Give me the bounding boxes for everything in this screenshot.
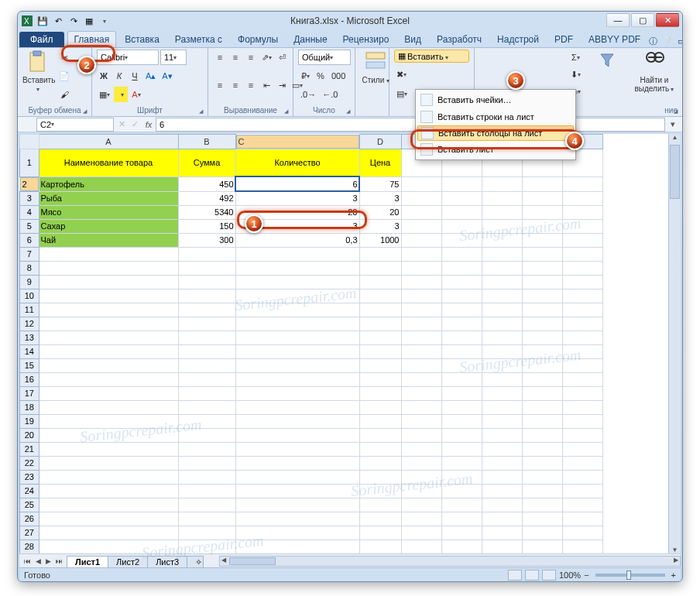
cell[interactable] [482,456,522,470]
row-header[interactable]: 2 [20,177,39,191]
cell[interactable] [39,303,178,317]
formula-expand-icon[interactable]: ▾ [667,119,679,129]
zoom-out-icon[interactable]: − [584,570,588,580]
cell[interactable] [39,247,178,261]
cell[interactable] [562,512,602,526]
cell[interactable] [178,539,235,553]
row-header[interactable]: 23 [20,470,39,484]
cell[interactable] [401,247,441,261]
cell[interactable] [39,498,178,512]
formula-input[interactable]: 6 [156,118,665,132]
cell[interactable] [359,303,401,317]
cell[interactable] [359,261,401,275]
cell[interactable] [562,526,602,539]
cell[interactable] [178,275,235,289]
cell[interactable] [562,205,602,219]
ribbon-tab-3[interactable]: Формулы [231,31,285,47]
copy-icon[interactable]: 📄 [57,68,72,84]
cell[interactable] [235,400,359,414]
cell[interactable] [178,247,235,261]
cell[interactable] [359,498,401,512]
cell[interactable] [39,400,178,414]
cell[interactable] [235,470,359,484]
cell[interactable] [359,386,401,400]
cell[interactable] [522,317,562,331]
cell[interactable]: 300 [178,233,235,247]
cell[interactable]: Рыба [39,191,178,205]
border-button[interactable]: ▦ [97,87,112,102]
cell[interactable] [562,386,602,400]
cell[interactable] [522,470,562,484]
autosum-icon[interactable]: Σ [569,50,583,65]
row-header[interactable]: 19 [20,414,39,428]
cell[interactable] [235,484,359,498]
cell[interactable] [401,358,441,372]
cell[interactable] [562,247,602,261]
cell[interactable] [178,386,235,400]
cell[interactable] [401,289,441,303]
cell[interactable]: 450 [178,176,235,191]
cell[interactable] [359,442,401,456]
name-box[interactable]: C2 [36,118,114,132]
cell[interactable] [482,386,522,400]
cell[interactable] [359,331,401,344]
cell[interactable]: Наименование товара [39,149,178,176]
inc-decimal-icon[interactable]: .0→ [298,87,318,102]
cell[interactable]: Цена [359,149,401,176]
cell[interactable] [522,386,562,400]
cell[interactable] [522,176,562,191]
align-bottom-icon[interactable]: ≡ [244,50,258,65]
cell[interactable] [522,219,562,233]
vertical-scrollbar[interactable]: ▲ ▼ [668,134,681,553]
cell[interactable] [482,317,522,331]
cell[interactable] [39,261,178,275]
cell[interactable] [235,414,359,428]
cell[interactable] [401,484,441,498]
cell[interactable] [482,331,522,344]
cell[interactable] [522,303,562,317]
cell[interactable] [482,484,522,498]
ribbon-tab-10[interactable]: ABBYY PDF [582,31,647,47]
cell[interactable] [441,400,482,414]
ribbon-tab-5[interactable]: Рецензиро [336,31,396,47]
cancel-formula-icon[interactable]: ✕ [115,119,129,129]
cell[interactable] [359,526,401,539]
sheet-nav[interactable]: ⏮◀▶⏭ [19,557,67,565]
cell[interactable] [522,344,562,358]
sheet-tab-0[interactable]: Лист1 [67,556,108,567]
cell[interactable] [235,275,359,289]
cell[interactable] [522,289,562,303]
currency-icon[interactable]: ₽ [298,68,312,84]
cell[interactable] [359,275,401,289]
cell[interactable] [441,484,482,498]
delete-button[interactable]: ✖ [394,67,409,82]
cell[interactable] [359,400,401,414]
row-header[interactable]: 17 [20,386,39,400]
help-icon[interactable]: ❔ [662,36,673,46]
cell[interactable] [178,470,235,484]
row-header[interactable]: 6 [20,233,39,247]
cell[interactable] [482,428,522,442]
file-tab[interactable]: Файл [19,32,64,47]
cell[interactable] [482,233,522,247]
cell[interactable] [178,512,235,526]
font-name-select[interactable]: Calibri [97,50,159,65]
cell[interactable]: 3 [359,219,401,233]
cell[interactable] [39,289,178,303]
cell[interactable] [39,358,178,372]
orientation-icon[interactable]: ⇗ [259,50,273,65]
cells-insert-button[interactable]: Вставить [407,52,444,61]
cell[interactable] [562,539,602,553]
print-preview-icon[interactable]: ▦ [83,15,95,27]
cell[interactable] [522,498,562,512]
cell[interactable] [482,176,522,191]
ribbon-tab-4[interactable]: Данные [287,31,334,47]
cell[interactable] [441,261,482,275]
cell[interactable] [441,247,482,261]
cell[interactable] [522,331,562,344]
cell[interactable] [401,191,441,205]
row-header[interactable]: 16 [20,372,39,386]
cell[interactable] [235,261,359,275]
percent-icon[interactable]: % [314,68,328,84]
menu-insert-columns[interactable]: Вставить столбцы на лист [417,125,574,141]
